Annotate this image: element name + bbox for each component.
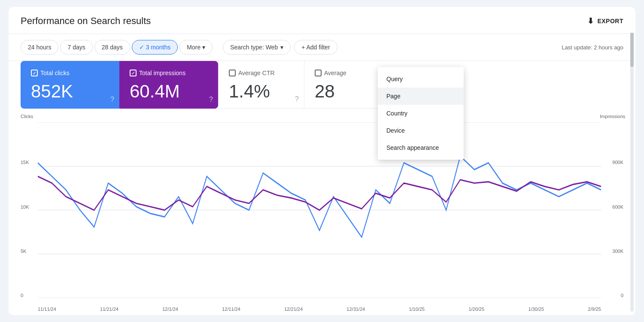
metric-label-ctr: Average CTR bbox=[238, 70, 275, 76]
chart-container: Clicks 15K 10K 5K 0 Impressions 900K 600… bbox=[9, 109, 635, 315]
add-filter-button[interactable]: + Add filter bbox=[294, 40, 337, 55]
time-filter-28d[interactable]: 28 days bbox=[94, 40, 130, 55]
metric-value-clicks: 852K bbox=[31, 82, 109, 101]
x-label-6: 1/10/25 bbox=[409, 307, 425, 312]
y-axis-left: Clicks 15K 10K 5K 0 bbox=[21, 114, 38, 298]
dropdown-item-search-appearance[interactable]: Search appearance bbox=[378, 139, 464, 156]
metric-label-row-pos: Average bbox=[315, 70, 380, 76]
toolbar: 24 hours 7 days 28 days ✓ 3 months More … bbox=[9, 34, 635, 61]
x-axis-labels: 11/11/24 11/21/24 12/1/24 12/11/24 12/21… bbox=[38, 307, 601, 312]
scrollbar-thumb[interactable] bbox=[630, 33, 634, 67]
x-label-4: 12/21/24 bbox=[284, 307, 303, 312]
time-filter-7d[interactable]: 7 days bbox=[60, 40, 92, 55]
y-label-0-right: 0 bbox=[600, 293, 623, 298]
page-title: Performance on Search results bbox=[21, 15, 151, 27]
checkbox-clicks[interactable]: ✓ bbox=[31, 70, 38, 76]
y-label-15k: 15K bbox=[21, 160, 38, 165]
metric-total-clicks[interactable]: ✓ Total clicks 852K ? bbox=[21, 61, 119, 109]
x-label-0: 11/11/24 bbox=[38, 307, 56, 312]
dropdown-item-page[interactable]: Page bbox=[378, 88, 464, 105]
metric-average-position[interactable]: Average 28 ? bbox=[304, 61, 390, 109]
x-label-9: 2/9/25 bbox=[588, 307, 601, 312]
y-label-600k: 600K bbox=[600, 204, 623, 210]
metric-average-ctr[interactable]: Average CTR 1.4% ? bbox=[218, 61, 304, 109]
dropdown-item-query[interactable]: Query bbox=[378, 70, 464, 88]
x-label-7: 1/20/25 bbox=[468, 307, 484, 312]
metric-label-clicks: Total clicks bbox=[40, 70, 70, 76]
y-axis-right-title: Impressions bbox=[600, 114, 623, 119]
metric-total-impressions[interactable]: ✓ Total impressions 60.4M ? bbox=[119, 61, 218, 109]
y-label-900k: 900K bbox=[600, 160, 623, 165]
filter-dropdown[interactable]: Query Page Country Device Search appeara… bbox=[378, 67, 464, 160]
checkbox-impressions[interactable]: ✓ bbox=[130, 70, 137, 76]
y-axis-right: Impressions 900K 600K 300K 0 bbox=[600, 114, 623, 298]
y-label-0-left: 0 bbox=[21, 293, 38, 298]
dropdown-item-country[interactable]: Country bbox=[378, 105, 464, 122]
x-label-3: 12/11/24 bbox=[222, 307, 240, 312]
y-label-10k: 10K bbox=[21, 204, 38, 210]
time-filter-more[interactable]: More ▾ bbox=[179, 40, 213, 55]
metric-label-row-ctr: Average CTR bbox=[229, 70, 294, 76]
metric-value-position: 28 bbox=[315, 82, 380, 101]
help-icon-clicks[interactable]: ? bbox=[110, 96, 114, 103]
metric-label-position: Average bbox=[324, 70, 346, 76]
scrollbar-track[interactable] bbox=[630, 33, 634, 312]
search-type-filter[interactable]: Search type: Web ▾ bbox=[223, 40, 291, 55]
y-label-5k: 5K bbox=[21, 249, 38, 254]
dropdown-item-device[interactable]: Device bbox=[378, 122, 464, 139]
metric-label-row-impressions: ✓ Total impressions bbox=[130, 70, 208, 76]
download-icon: ⬇ bbox=[587, 16, 594, 26]
x-label-8: 1/30/25 bbox=[528, 307, 544, 312]
metric-value-ctr: 1.4% bbox=[229, 82, 294, 101]
checkbox-position[interactable] bbox=[315, 70, 322, 76]
metrics-row: ✓ Total clicks 852K ? ✓ Total impression… bbox=[9, 61, 635, 109]
time-filter-3mo[interactable]: ✓ 3 months bbox=[132, 40, 178, 55]
checkbox-ctr[interactable] bbox=[229, 70, 236, 76]
metric-value-impressions: 60.4M bbox=[130, 82, 208, 101]
card-header: Performance on Search results ⬇ EXPORT bbox=[9, 7, 635, 34]
time-filter-24h[interactable]: 24 hours bbox=[21, 40, 58, 55]
time-filter-group: 24 hours 7 days 28 days ✓ 3 months More … bbox=[21, 40, 213, 55]
export-button[interactable]: ⬇ EXPORT bbox=[587, 16, 623, 26]
help-icon-impressions[interactable]: ? bbox=[209, 96, 213, 103]
x-label-5: 12/31/24 bbox=[346, 307, 365, 312]
last-update-text: Last update: 2 hours ago bbox=[562, 44, 623, 51]
help-icon-ctr[interactable]: ? bbox=[295, 95, 299, 103]
filter-group: Search type: Web ▾ + Add filter bbox=[223, 40, 337, 55]
y-label-300k: 300K bbox=[600, 249, 623, 254]
x-label-1: 11/21/24 bbox=[100, 307, 118, 312]
metric-label-row-clicks: ✓ Total clicks bbox=[31, 70, 109, 76]
line-chart bbox=[38, 122, 601, 298]
arrow-down-icon: ▾ bbox=[280, 44, 283, 51]
x-label-2: 12/1/24 bbox=[162, 307, 178, 312]
checkmark-icon: ✓ bbox=[139, 44, 146, 51]
metric-label-impressions: Total impressions bbox=[139, 70, 185, 76]
y-axis-left-title: Clicks bbox=[21, 114, 38, 119]
chevron-down-icon: ▾ bbox=[202, 44, 205, 51]
